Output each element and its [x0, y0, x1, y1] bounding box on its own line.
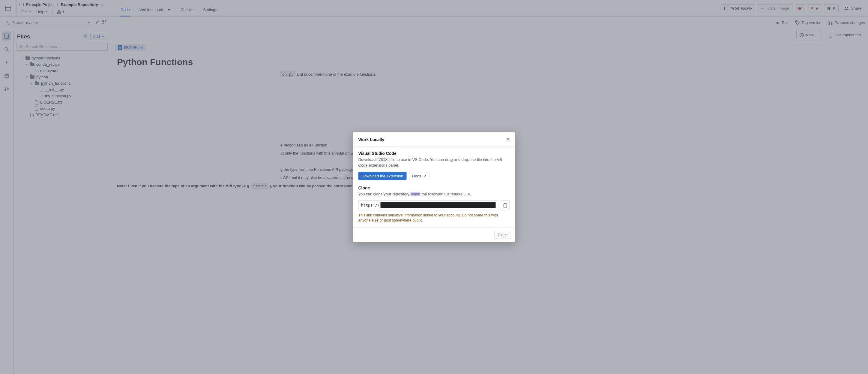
warning-text: This link contains sensitive information… — [359, 212, 510, 223]
redacted-url — [380, 202, 495, 208]
clone-url-input[interactable]: https:// — [359, 200, 498, 210]
docs-button[interactable]: Docs↗ — [409, 172, 430, 180]
modal-title: Work Locally — [359, 137, 384, 142]
vscode-desc: Download VSIX file to use in VS Code. Yo… — [359, 157, 510, 168]
clone-heading: Clone — [359, 185, 510, 190]
copy-button[interactable] — [501, 200, 510, 210]
close-icon[interactable]: ✕ — [506, 137, 510, 142]
download-extension-button[interactable]: Download the extension — [359, 172, 407, 180]
close-button[interactable]: Close — [494, 231, 511, 239]
external-link-icon: ↗ — [423, 174, 426, 178]
vscode-heading: Visual Studio Code — [359, 151, 510, 156]
svg-rect-23 — [504, 203, 507, 207]
clone-desc: You can clone your repository using the … — [359, 191, 510, 197]
work-locally-modal: Work Locally ✕ Visual Studio Code Downlo… — [353, 133, 515, 242]
clipboard-icon — [503, 203, 507, 207]
